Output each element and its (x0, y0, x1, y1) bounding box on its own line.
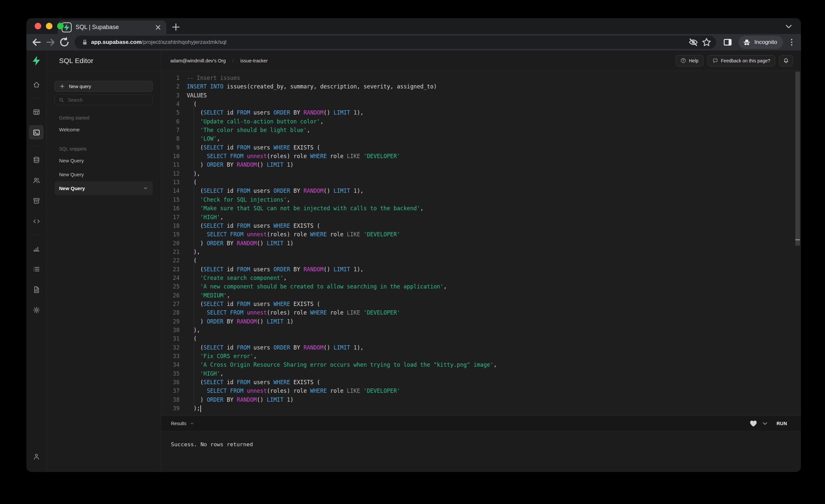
plain-token (360, 231, 363, 238)
plain-token: ); (187, 405, 200, 412)
sidebar-item-new-query[interactable]: New Query (55, 153, 153, 167)
breadcrumb-project[interactable]: issue-tracker (240, 58, 268, 63)
settings-gear-icon[interactable] (29, 303, 44, 317)
code-line: 1-- Insert issues (161, 74, 801, 82)
code-line: 15 'Check for SQL injections', (161, 195, 801, 204)
new-query-button[interactable]: New query (55, 81, 153, 92)
side-panel-icon[interactable] (723, 37, 733, 47)
function-token: RANDOM (304, 188, 324, 194)
sql-editor-icon[interactable] (29, 125, 44, 140)
tab-search-chevron-icon[interactable] (784, 21, 794, 31)
plain-token: (roles) role (267, 231, 310, 238)
reports-icon[interactable] (29, 241, 44, 256)
docs-icon[interactable] (29, 282, 44, 297)
plain-token: ), (357, 188, 363, 194)
keyword-token: SELECT (204, 344, 224, 351)
eye-off-icon[interactable] (688, 37, 698, 47)
incognito-label: Incognito (754, 39, 777, 46)
sidebar-item-new-query[interactable]: New Query (55, 167, 153, 181)
notifications-button[interactable] (779, 55, 793, 66)
tab-strip: SQL | Supabase (26, 18, 801, 34)
close-window-button[interactable] (34, 23, 41, 29)
keyword-token: ORDER (207, 240, 224, 246)
line-number: 34 (161, 360, 179, 369)
feedback-button[interactable]: Feedback on this page? (707, 55, 775, 66)
minimize-window-button[interactable] (46, 23, 53, 29)
plain-token: ( (187, 222, 204, 229)
help-button[interactable]: Help (676, 55, 703, 66)
zoom-window-button[interactable] (57, 23, 64, 29)
plain-token: ( (187, 335, 197, 342)
lock-icon[interactable] (81, 39, 88, 46)
plain-token: , (287, 196, 290, 203)
sql-code-editor[interactable]: 1-- Insert issues2INSERT INTO issues(cre… (161, 71, 801, 416)
plain-token: users (250, 188, 274, 194)
keyword-token: SELECT (207, 231, 227, 238)
keyword-token: WHERE (310, 309, 327, 316)
line-number: 36 (161, 378, 179, 386)
plain-token (187, 231, 207, 238)
url-text: app.supabase.com/project/azahtnhqohyjerz… (91, 39, 685, 46)
function-token: RANDOM (237, 397, 257, 403)
supabase-logo-icon[interactable] (31, 55, 42, 66)
plain-token (284, 240, 287, 246)
bookmark-star-icon[interactable] (701, 37, 711, 47)
breadcrumb-org[interactable]: adam@windmill.dev's Org (170, 58, 226, 63)
browser-menu-icon[interactable] (787, 38, 796, 47)
run-button[interactable]: RUN (774, 421, 789, 426)
plain-token: () (323, 109, 333, 116)
plain-token: (roles) role (267, 309, 310, 316)
account-person-icon[interactable] (29, 449, 44, 464)
line-number: 35 (161, 369, 179, 378)
keyword-token: FROM (237, 188, 250, 194)
keyword-token: SELECT (207, 309, 227, 316)
home-icon[interactable] (29, 77, 44, 92)
plain-token: role (327, 309, 347, 316)
address-bar[interactable]: app.supabase.com/project/azahtnhqohyjerz… (75, 35, 716, 49)
run-options-chevron-icon[interactable] (761, 420, 768, 427)
new-tab-button[interactable] (171, 22, 181, 32)
code-line: 14 (SELECT id FROM users ORDER BY RANDOM… (161, 187, 801, 195)
string-token: 'LOW' (200, 135, 217, 142)
api-code-icon[interactable] (29, 214, 44, 228)
code-line: 20 ) ORDER BY RANDOM() LIMIT 1) (161, 239, 801, 247)
keyword-token: ORDER (274, 188, 290, 194)
sidebar-item-welcome[interactable]: Welcome (55, 123, 153, 136)
line-number: 2 (161, 82, 179, 91)
logs-icon[interactable] (29, 262, 44, 276)
plain-token: EXISTS ( (290, 144, 320, 151)
code-line: 12 ), (161, 169, 801, 178)
plain-token: BY (290, 266, 303, 273)
supabase-app: SQL Editor New query Getting startedWelc… (26, 51, 801, 472)
forward-button[interactable] (45, 37, 56, 48)
storage-icon[interactable] (29, 194, 44, 208)
back-button[interactable] (31, 37, 42, 48)
favorite-heart-icon[interactable] (749, 419, 758, 428)
string-token: 'MEDIUM' (200, 292, 227, 299)
plain-token: VALUES (187, 92, 207, 99)
code-line: 29 ) ORDER BY RANDOM() LIMIT 1) (161, 317, 801, 326)
bell-icon (783, 58, 789, 64)
editor-scrollbar[interactable] (795, 72, 800, 245)
sidebar-item-new-query[interactable]: New Query (55, 181, 153, 195)
auth-users-icon[interactable] (29, 173, 44, 188)
browser-tab[interactable]: SQL | Supabase (58, 20, 166, 34)
plain-token (360, 309, 363, 316)
database-icon[interactable] (29, 152, 44, 167)
reload-button[interactable] (59, 37, 70, 48)
keyword-token: LIMIT (267, 240, 284, 246)
table-editor-icon[interactable] (29, 104, 44, 119)
results-dropdown[interactable]: Results (171, 421, 195, 426)
keyword-token: LIMIT (333, 344, 351, 351)
plain-token (187, 387, 207, 394)
line-number: 31 (161, 334, 179, 343)
code-line: 5 (SELECT id FROM users ORDER BY RANDOM(… (161, 108, 801, 117)
tab-close-icon[interactable] (154, 23, 162, 32)
plain-token: , (420, 205, 424, 212)
keyword-token: INTO (210, 83, 223, 90)
search-input[interactable] (67, 97, 149, 103)
plain-token: , (253, 353, 257, 359)
plain-token: ) (187, 397, 207, 403)
plain-token: ( (187, 179, 197, 186)
plain-token (284, 318, 287, 325)
